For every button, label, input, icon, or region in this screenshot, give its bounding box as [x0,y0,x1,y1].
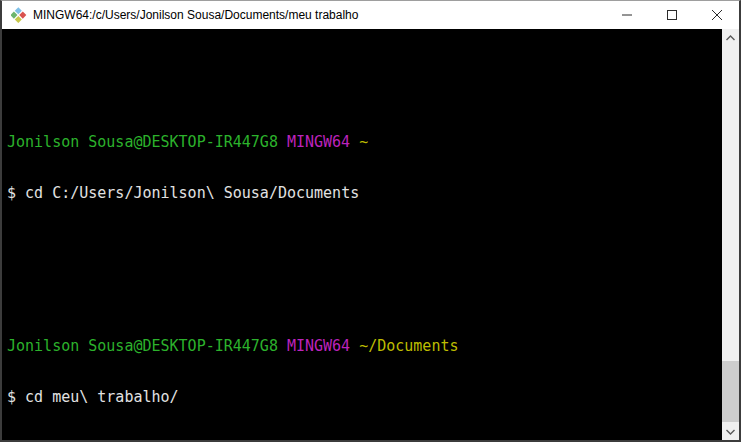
scrollbar[interactable] [722,29,739,440]
maximize-button[interactable] [649,1,694,29]
shell-block: Jonilson Sousa@DESKTOP-IR447G8MINGW64~/D… [7,304,722,440]
prompt-env: MINGW64 [287,133,350,151]
minimize-icon [622,10,632,20]
mingw64-app-icon[interactable] [11,7,27,23]
caption-buttons [604,1,739,29]
shell-block: Jonilson Sousa@DESKTOP-IR447G8MINGW64~ $… [7,100,722,236]
prompt-user-host: Jonilson Sousa@DESKTOP-IR447G8 [7,133,278,151]
prompt-line: Jonilson Sousa@DESKTOP-IR447G8MINGW64~ [7,134,722,151]
minimize-button[interactable] [604,1,649,29]
prompt-env: MINGW64 [287,337,350,355]
close-icon [712,10,722,20]
scroll-down-button[interactable] [722,423,739,440]
chevron-down-icon [725,428,736,436]
terminal-row: Jonilson Sousa@DESKTOP-IR447G8MINGW64~ $… [2,29,739,440]
titlebar[interactable]: MINGW64:/c/Users/Jonilson Sousa/Document… [2,1,739,29]
command-line: $ cd meu\ trabalho/ [7,389,722,406]
close-button[interactable] [694,1,739,29]
prompt-user-host: Jonilson Sousa@DESKTOP-IR447G8 [7,337,278,355]
window-title: MINGW64:/c/Users/Jonilson Sousa/Document… [33,8,604,22]
prompt-line: Jonilson Sousa@DESKTOP-IR447G8MINGW64~/D… [7,338,722,355]
terminal-screen[interactable]: Jonilson Sousa@DESKTOP-IR447G8MINGW64~ $… [2,29,722,440]
prompt-path: ~/Documents [359,337,458,355]
command-line: $ cd C:/Users/Jonilson\ Sousa/Documents [7,185,722,202]
chevron-up-icon [725,34,736,42]
scroll-up-button[interactable] [722,29,739,46]
prompt-path: ~ [359,133,368,151]
scrollbar-thumb[interactable] [722,361,739,422]
maximize-icon [667,10,677,20]
mingw64-terminal-window: MINGW64:/c/Users/Jonilson Sousa/Document… [0,0,741,442]
